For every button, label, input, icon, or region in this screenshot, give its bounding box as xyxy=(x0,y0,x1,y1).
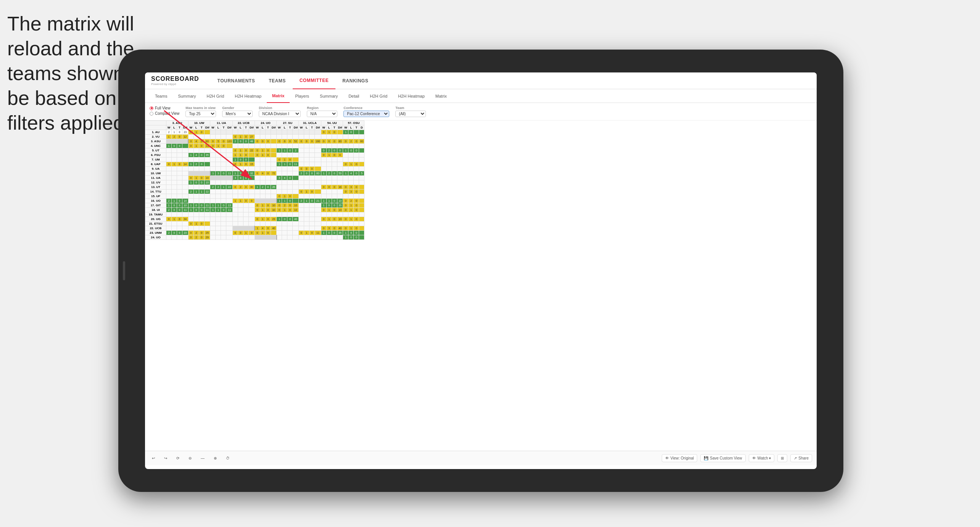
grid-btn[interactable]: ⊞ xyxy=(777,454,787,462)
matrix-cell: 1 xyxy=(277,199,282,203)
matrix-cell: 1 xyxy=(321,203,326,208)
matrix-cell-empty xyxy=(182,153,189,157)
matrix-cell xyxy=(271,148,277,153)
matrix-cell-empty xyxy=(210,222,216,226)
matrix-cell xyxy=(216,130,221,135)
filter-conference-select[interactable]: Pac-12 Conference SEC ACC (All) xyxy=(343,111,389,117)
matrix-cell: 0 xyxy=(304,167,309,171)
matrix-cell-empty xyxy=(216,194,221,199)
matrix-cell: 1 xyxy=(282,208,287,212)
matrix-cell-empty xyxy=(332,222,337,226)
nav-teams[interactable]: TEAMS xyxy=(262,72,293,89)
matrix-cell-empty xyxy=(221,167,226,171)
matrix-cell-empty xyxy=(337,190,343,194)
matrix-cell-empty xyxy=(172,167,177,171)
share-btn[interactable]: ↗ Share xyxy=(790,454,812,462)
view-original-btn[interactable]: 👁 View: Original xyxy=(662,454,698,462)
matrix-cell-empty xyxy=(233,208,238,212)
matrix-cell-empty xyxy=(359,194,364,199)
matrix-cell-empty xyxy=(315,222,321,226)
filter-conference: Conference Pac-12 Conference SEC ACC (Al… xyxy=(343,106,389,117)
row-team-label: 17. GIT xyxy=(145,203,166,208)
col-d-7: Dif xyxy=(315,125,321,130)
radio-full-view[interactable]: Full View xyxy=(150,106,179,110)
matrix-cell: 1 xyxy=(172,130,177,135)
logo-title: SCOREBOARD xyxy=(151,76,199,82)
matrix-cell: 0 xyxy=(233,231,238,235)
col-subheader-team xyxy=(145,125,166,130)
matrix-cell: 2 xyxy=(299,171,304,176)
matrix-cell-empty xyxy=(182,190,189,194)
subnav-teams[interactable]: Teams xyxy=(150,89,172,103)
nav-committee[interactable]: COMMITTEE xyxy=(293,72,336,89)
matrix-cell-empty xyxy=(210,199,216,203)
matrix-cell-empty xyxy=(321,167,326,171)
subnav-summary2[interactable]: Summary xyxy=(314,89,343,103)
matrix-cell-empty xyxy=(216,222,221,226)
matrix-cell-empty xyxy=(299,212,304,217)
matrix-cell: 1 xyxy=(348,162,354,167)
matrix-cell: 3 xyxy=(348,185,354,190)
subnav-players[interactable]: Players xyxy=(290,89,314,103)
filter-division-select[interactable]: NCAA Division I NCAA Division II NCAA Di… xyxy=(259,111,301,117)
subnav-summary1[interactable]: Summary xyxy=(172,89,201,103)
matrix-cell-empty xyxy=(182,180,189,185)
subnav-h2h-grid2[interactable]: H2H Grid xyxy=(364,89,393,103)
matrix-cell: 1 xyxy=(238,199,243,203)
table-row: 7. UM100010 xyxy=(145,157,364,162)
filter-team-select[interactable]: (All) xyxy=(395,111,426,117)
clock-btn[interactable]: ⏱ xyxy=(224,455,232,461)
save-custom-btn[interactable]: 💾 Save Custom View xyxy=(700,454,745,462)
zoom-out-btn[interactable]: ⊖ xyxy=(186,455,194,461)
subnav-detail[interactable]: Detail xyxy=(343,89,364,103)
matrix-cell: 1 xyxy=(343,171,348,176)
matrix-cell-empty xyxy=(271,212,277,217)
matrix-cell: 1 xyxy=(260,208,265,212)
share-label: Share xyxy=(798,456,809,460)
matrix-cell xyxy=(359,231,364,235)
redo-btn[interactable]: ↪ xyxy=(162,455,169,461)
matrix-cell-empty xyxy=(193,212,199,217)
matrix-cell-empty xyxy=(204,167,210,171)
matrix-cell-empty xyxy=(315,157,321,162)
matrix-cell: 0 xyxy=(321,217,326,222)
matrix-scroll[interactable]: 3. ASU 10. UW 11. UA 22. UCB 24. UO 27. … xyxy=(145,121,817,451)
subnav-h2h-heatmap[interactable]: H2H Heatmap xyxy=(229,89,267,103)
undo-btn[interactable]: ↩ xyxy=(150,455,157,461)
subnav-h2h-heatmap2[interactable]: H2H Heatmap xyxy=(393,89,430,103)
tablet-side-button[interactable] xyxy=(123,261,125,280)
zoom-in-btn[interactable]: ⊕ xyxy=(211,455,219,461)
matrix-cell: 2 xyxy=(216,185,221,190)
matrix-cell-empty xyxy=(282,171,287,176)
matrix-cell xyxy=(359,130,364,135)
tablet-frame: SCOREBOARD Powered by clippd TOURNAMENTS… xyxy=(118,50,843,492)
subnav-matrix[interactable]: Matrix xyxy=(267,89,290,103)
matrix-cell: 1 xyxy=(326,208,332,212)
subnav-h2h-grid[interactable]: H2H Grid xyxy=(201,89,229,103)
matrix-cell-empty xyxy=(315,194,321,199)
matrix-cell: 3 xyxy=(348,190,354,194)
matrix-cell xyxy=(304,130,309,135)
matrix-cell: 0 xyxy=(343,162,348,167)
matrix-cell-empty xyxy=(166,148,172,153)
matrix-cell: 1 xyxy=(282,194,287,199)
refresh-btn[interactable]: ⟳ xyxy=(174,455,182,461)
nav-rankings[interactable]: RANKINGS xyxy=(335,72,375,89)
matrix-cell-empty xyxy=(326,176,332,180)
matrix-cell: 0 xyxy=(343,208,348,212)
matrix-cell-empty xyxy=(332,157,337,162)
subnav-matrix2[interactable]: Matrix xyxy=(430,89,452,103)
matrix-cell-empty xyxy=(337,176,343,180)
matrix-cell-empty xyxy=(337,144,343,148)
matrix-cell: 0 xyxy=(343,226,348,231)
filter-gender-select[interactable]: Men's Women's xyxy=(222,111,253,117)
matrix-cell: 1 xyxy=(282,157,287,162)
filter-region-select[interactable]: N/A East West xyxy=(307,111,337,117)
matrix-cell-empty xyxy=(277,180,282,185)
col-t-1: T xyxy=(177,125,182,130)
watch-btn[interactable]: 👁 Watch ▾ xyxy=(749,454,775,462)
nav-tournaments[interactable]: TOURNAMENTS xyxy=(211,72,262,89)
filter-max-teams-select[interactable]: Top 25 Top 50 All xyxy=(185,111,216,117)
radio-compact-view[interactable]: Compact View xyxy=(150,111,179,116)
matrix-cell-empty xyxy=(255,180,260,185)
